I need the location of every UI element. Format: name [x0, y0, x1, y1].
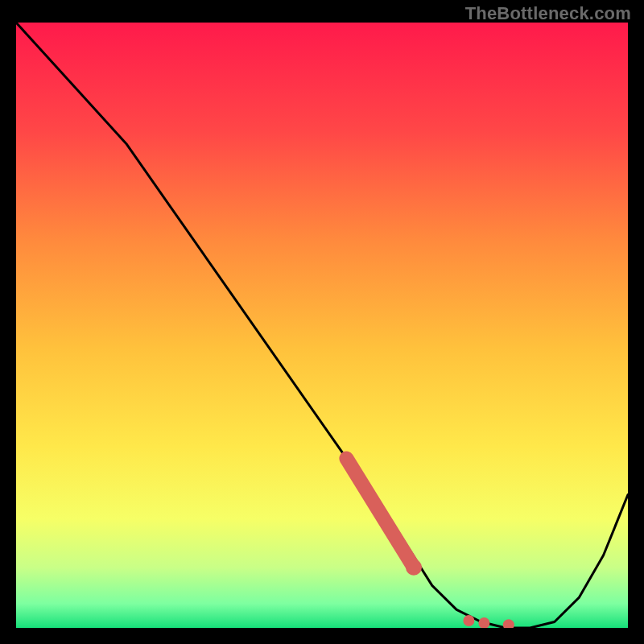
plot-area [16, 23, 628, 628]
chart-svg [16, 23, 628, 628]
gradient-background [16, 23, 628, 628]
stage: TheBottleneck.com [0, 0, 644, 644]
marker-dot [406, 559, 422, 576]
marker-dot [463, 615, 474, 626]
watermark-text: TheBottleneck.com [465, 3, 631, 24]
